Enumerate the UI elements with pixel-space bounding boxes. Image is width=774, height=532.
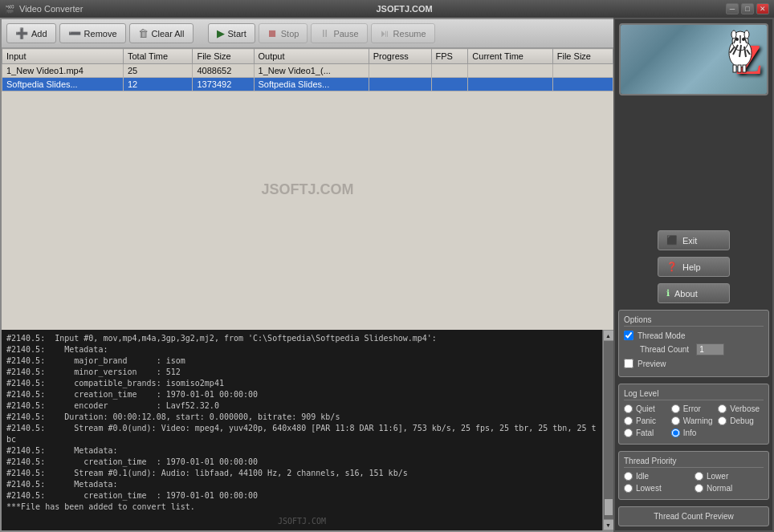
log-fatal-row: Fatal (624, 428, 670, 437)
log-error-radio[interactable] (671, 404, 680, 413)
preview-checkbox[interactable] (624, 359, 633, 368)
table-cell: Softpedia Slides... (254, 78, 369, 91)
thread-count-preview-label: Thread Count Preview (624, 512, 764, 521)
log-line: #2140.5: Metadata: (6, 344, 597, 355)
log-line: #2140.5: compatible_brands: isomiso2mp41 (6, 378, 597, 389)
table-cell (369, 64, 431, 78)
log-line: #2140.5: creation_time : 1970-01-01 00:0… (6, 389, 597, 400)
main-container: ➕ Add ➖ Remove 🗑 Clear All ▶ Start ⏹ Sto… (0, 18, 774, 532)
log-debug-radio[interactable] (718, 416, 727, 425)
thread-mode-row: Thread Mode (624, 331, 764, 340)
scroll-track (604, 341, 613, 519)
app-icon: 🎬 (5, 5, 14, 14)
table-cell: 25 (124, 64, 193, 78)
table-row[interactable]: 1_New Video1.mp42540886521_New Video1_(.… (2, 64, 613, 78)
priority-normal-radio[interactable] (695, 484, 703, 493)
priority-lower-radio[interactable] (695, 472, 703, 481)
log-scrollbar[interactable]: ▲ ▼ (602, 330, 613, 530)
maximize-button[interactable]: □ (741, 3, 754, 14)
thread-count-input[interactable] (696, 343, 724, 355)
scroll-down-button[interactable]: ▼ (604, 520, 613, 530)
thread-count-row: Thread Count (640, 343, 764, 355)
clear-button[interactable]: 🗑 Clear All (129, 23, 194, 43)
stop-icon: ⏹ (267, 27, 278, 39)
log-line: #2140.5: creation_time : 1970-01-01 00:0… (6, 490, 597, 502)
zebra-logo (720, 29, 760, 73)
table-cell (369, 78, 431, 91)
add-button[interactable]: ➕ Add (6, 23, 56, 43)
log-line: #2140.5: Metadata: (6, 479, 597, 490)
options-panel: Options Thread Mode Thread Count Preview (618, 310, 769, 377)
svg-point-11 (744, 30, 749, 39)
brand-title: JSOFTJ.COM (377, 4, 433, 14)
start-button[interactable]: ▶ Start (208, 23, 255, 43)
priority-idle-row: Idle (624, 472, 693, 481)
log-line: #2140.5: minor_version : 512 (6, 367, 597, 378)
remove-icon: ➖ (68, 27, 81, 39)
col-file-size2: File Size (552, 49, 613, 64)
close-button[interactable]: ✕ (756, 3, 769, 14)
table-cell (468, 78, 552, 91)
log-verbose-row: Verbose (718, 404, 764, 413)
svg-point-13 (742, 38, 745, 41)
col-total-time: Total Time (124, 49, 193, 64)
col-fps: FPS (431, 49, 468, 64)
table-cell: 12 (124, 78, 193, 91)
log-line: #2140.5: Metadata: (6, 445, 597, 457)
stop-button[interactable]: ⏹ Stop (259, 23, 308, 43)
app-title: Video Converter (19, 4, 83, 14)
table-cell (552, 64, 613, 78)
table-cell: 1_New Video1_(... (254, 64, 369, 78)
about-button[interactable]: ℹ About (658, 283, 730, 303)
start-icon: ▶ (217, 27, 225, 39)
left-area: ➕ Add ➖ Remove 🗑 Clear All ▶ Start ⏹ Sto… (0, 18, 613, 532)
scroll-up-button[interactable]: ▲ (604, 331, 613, 340)
exit-button[interactable]: ⬛ Exit (658, 230, 730, 250)
thread-count-label: Thread Count (640, 345, 689, 354)
svg-rect-16 (743, 65, 746, 72)
col-input: Input (2, 49, 124, 64)
table-row[interactable]: Softpedia Slides...121373492Softpedia Sl… (2, 78, 613, 91)
table-cell (468, 64, 552, 78)
resume-icon: ⏯ (380, 27, 390, 39)
title-bar-left: 🎬 Video Converter (5, 4, 83, 14)
priority-lowest-radio[interactable] (624, 484, 633, 493)
log-warning-radio[interactable] (671, 416, 680, 425)
col-current-time: Current Time (468, 49, 552, 64)
log-quiet-row: Quiet (624, 404, 670, 413)
log-debug-row: Debug (718, 416, 764, 425)
thread-count-preview-panel: Thread Count Preview (618, 506, 769, 526)
log-fatal-radio[interactable] (624, 428, 633, 437)
pause-icon: ⏸ (320, 27, 330, 39)
log-brand: JSOFTJ.COM (6, 516, 597, 527)
table-cell: 1373492 (193, 78, 254, 91)
scroll-thumb[interactable] (605, 499, 613, 515)
log-wrapper: #2140.5: Input #0, mov,mp4,m4a,3gp,3g2,m… (2, 330, 613, 530)
minimize-button[interactable]: ─ (726, 3, 739, 14)
log-verbose-radio[interactable] (718, 404, 727, 413)
svg-rect-15 (738, 65, 741, 72)
log-line: #2140.5: Duration: 00:00:12.08, start: 0… (6, 412, 597, 423)
priority-lower-row: Lower (695, 472, 764, 481)
log-panic-radio[interactable] (624, 416, 633, 425)
thread-mode-checkbox[interactable] (624, 331, 633, 340)
priority-idle-radio[interactable] (624, 472, 633, 481)
thread-priority-title: Thread Priority (624, 457, 764, 468)
table-scroll[interactable]: Input Total Time File Size Output Progre… (2, 48, 613, 330)
log-info-radio[interactable] (671, 428, 680, 437)
remove-button[interactable]: ➖ Remove (59, 23, 126, 43)
log-info-row: Info (671, 428, 717, 437)
log-line: #2140.5: Stream #0.1(und): Audio: libfaa… (6, 468, 597, 479)
preview-label: Preview (638, 359, 666, 368)
preview-row: Preview (624, 359, 764, 368)
priority-normal-row: Normal (695, 484, 764, 493)
log-quiet-radio[interactable] (624, 404, 633, 413)
pause-button[interactable]: ⏸ Pause (311, 23, 367, 43)
add-icon: ➕ (15, 27, 28, 39)
table-cell: Softpedia Slides... (2, 78, 124, 91)
help-button[interactable]: ❓ Help (658, 257, 730, 277)
title-bar: 🎬 Video Converter JSOFTJ.COM ─ □ ✕ (0, 0, 774, 18)
log-panic-row: Panic (624, 416, 670, 425)
help-icon: ❓ (666, 262, 678, 272)
resume-button[interactable]: ⏯ Resume (371, 23, 435, 43)
